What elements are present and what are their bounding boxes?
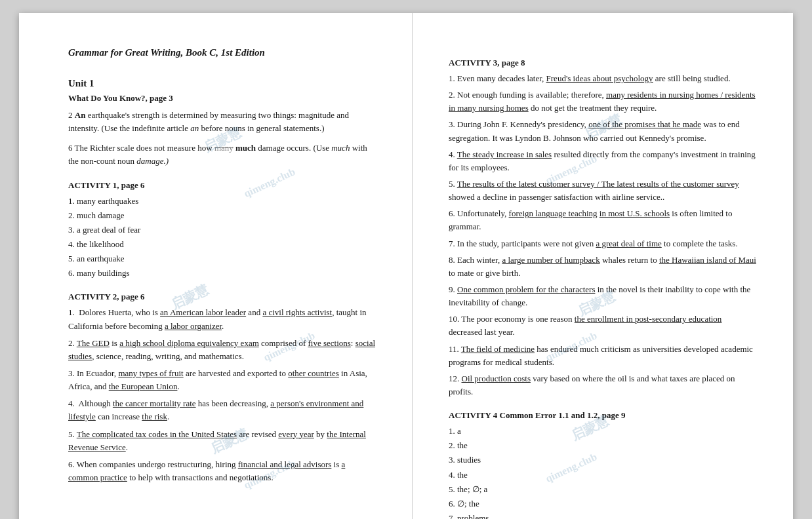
list-item: 2. The GED is a high school diploma equi… [68,337,376,363]
list-item: 3. During John F. Kennedy's presidency, … [449,118,757,144]
list-item: 2. the [449,439,757,452]
what-do-you-know-item-1: 2 An earthquake's strength is determined… [68,109,376,135]
activity2-section: ACTIVITY 2, page 6 1. Dolores Huerta, wh… [68,292,376,484]
list-item: 11. The field of medicine has endured mu… [449,343,757,369]
list-item: 6. Unfortunately, foreign language teach… [449,207,757,233]
activity1-title: ACTIVITY 1, page 6 [68,180,376,191]
list-item: 5. The complicated tax codes in the Unit… [68,428,376,454]
list-item: 7. problems [449,512,757,519]
list-item: 1. a [449,425,757,438]
book-spread: 启蒙慧 qimeng.club 启蒙慧 qimeng.club 启蒙慧 qime… [19,13,793,519]
activity4-title: ACTIVITY 4 Common Error 1.1 and 1.2, pag… [449,410,757,421]
list-item: 8. Each winter, a large number of humpba… [449,254,757,280]
list-item: 6. many buildings [68,267,376,280]
list-item: 4. the likelihood [68,238,376,251]
activity3-section: ACTIVITY 3, page 8 1. Even many decades … [449,58,757,398]
list-item: 7. In the study, participants were not g… [449,237,757,250]
right-page: 启蒙慧 qimeng.club 启蒙慧 qimeng.club 启蒙慧 qime… [413,13,793,519]
list-item: 5. an earthquake [68,252,376,265]
list-item: 9. One common problem for the characters… [449,283,757,309]
activity2-title: ACTIVITY 2, page 6 [68,292,376,302]
left-page: 启蒙慧 qimeng.club 启蒙慧 qimeng.club 启蒙慧 qime… [19,13,413,519]
list-item: 5. The results of the latest customer su… [449,178,757,204]
list-item: 1. Dolores Huerta, who is an American la… [68,306,376,332]
book-title: Grammar for Great Writing, Book C, 1st E… [68,46,376,60]
list-item: 1. many earthquakes [68,195,376,208]
list-item: 6. When companies undergo restructuring,… [68,458,376,484]
what-do-you-know-title: What Do You Know?, page 3 [68,93,376,104]
list-item: 5. the; ∅; a [449,483,757,496]
what-do-you-know-section: What Do You Know?, page 3 2 An earthquak… [68,93,376,168]
activity4-section: ACTIVITY 4 Common Error 1.1 and 1.2, pag… [449,410,757,519]
list-item: 2. much damage [68,209,376,222]
list-item: 3. a great deal of fear [68,223,376,237]
list-item: 1. Even many decades later, Freud's idea… [449,72,757,85]
list-item: 12. Oil production costs vary based on w… [449,372,757,398]
list-item: 4. The steady increase in sales resulted… [449,148,757,174]
list-item: 10. The poor economy is one reason the e… [449,313,757,339]
list-item: 2. Not enough funding is available; ther… [449,88,757,115]
what-do-you-know-item-2: 6 The Richter scale does not measure how… [68,142,376,168]
list-item: 6. ∅; the [449,497,757,510]
list-item: 4. the [449,469,757,482]
list-item: 3. In Ecuador, many types of fruit are h… [68,367,376,393]
activity3-title: ACTIVITY 3, page 8 [449,58,757,68]
activity1-section: ACTIVITY 1, page 6 1. many earthquakes 2… [68,180,376,280]
unit-title: Unit 1 [68,78,376,89]
page-container: 启蒙慧 qimeng.club 启蒙慧 qimeng.club 启蒙慧 qime… [0,0,812,519]
list-item: 3. studies [449,453,757,467]
list-item: 4. Although the cancer mortality rate ha… [68,397,376,423]
